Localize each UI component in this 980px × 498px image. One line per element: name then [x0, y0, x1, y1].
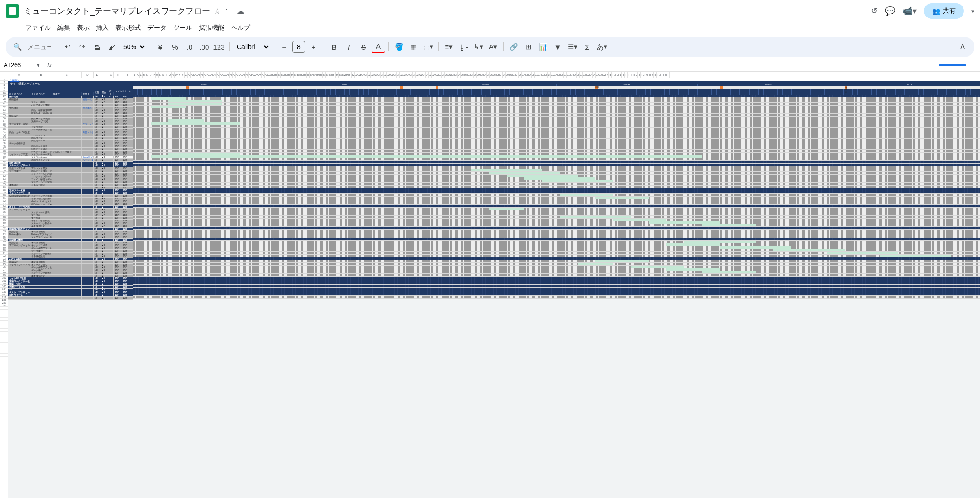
task-cell[interactable]: ■ F — [101, 269, 108, 272]
column-header[interactable]: AH — [210, 72, 213, 78]
task-cell[interactable]: 10/7 — [114, 200, 122, 203]
task-cell[interactable]: 10/7 — [114, 255, 122, 258]
fill-color-icon[interactable]: 🪣 — [392, 40, 405, 53]
history-icon[interactable]: ↺ — [871, 6, 878, 16]
column-header[interactable]: K — [136, 72, 140, 78]
gantt-bar[interactable] — [151, 122, 240, 124]
column-header[interactable]: EB — [525, 72, 528, 78]
input-tools-icon[interactable]: あ▾ — [595, 40, 608, 53]
task-cell[interactable] — [8, 159, 30, 161]
column-header[interactable]: EO — [567, 72, 570, 78]
gantt-bar[interactable] — [702, 224, 756, 226]
column-header[interactable]: EF — [538, 72, 541, 78]
task-cell[interactable]: ■ F — [94, 151, 101, 153]
task-cell[interactable]: 10/7 — [114, 126, 122, 128]
column-header[interactable]: CG — [374, 72, 377, 78]
task-cell[interactable] — [30, 228, 52, 230]
task-cell[interactable] — [82, 151, 94, 153]
task-cell[interactable] — [108, 222, 114, 225]
task-cell[interactable]: ■ F — [101, 228, 108, 230]
filter-views-icon[interactable]: ☰▾ — [566, 40, 579, 53]
task-cell[interactable]: 構築・実装 — [8, 283, 30, 285]
gantt-bar[interactable] — [666, 243, 720, 246]
task-cell[interactable] — [82, 291, 94, 294]
task-cell[interactable]: 10/8 — [122, 261, 133, 263]
column-header[interactable]: FF — [622, 72, 625, 78]
task-cell[interactable]: 10/8 — [122, 178, 133, 181]
column-header[interactable]: R — [159, 72, 162, 78]
task-cell[interactable]: 帳票作成（WMS）確認 — [30, 112, 52, 114]
column-header[interactable]: FK — [638, 72, 641, 78]
task-cell[interactable]: 10/8 — [122, 275, 133, 277]
task-cell[interactable]: ■ F — [94, 255, 101, 258]
column-header[interactable]: CM — [393, 72, 397, 78]
task-cell[interactable]: ■ F — [94, 142, 101, 145]
column-header[interactable]: AJ — [217, 72, 220, 78]
task-cell[interactable] — [82, 173, 94, 175]
task-cell[interactable] — [82, 148, 94, 150]
gantt-bar[interactable] — [773, 249, 845, 251]
task-cell[interactable] — [82, 109, 94, 112]
task-cell[interactable] — [8, 253, 30, 255]
task-cell[interactable] — [8, 217, 30, 219]
task-cell[interactable]: 画面リストアップ — [30, 159, 52, 161]
task-cell[interactable]: ■ F — [94, 261, 101, 263]
task-cell[interactable]: ■ F — [101, 272, 108, 274]
task-cell[interactable]: コレクション — [30, 134, 52, 136]
task-cell[interactable] — [52, 142, 82, 145]
task-cell[interactable]: ■ F — [94, 159, 101, 161]
task-cell[interactable] — [52, 217, 82, 219]
task-cell[interactable]: ■ F — [94, 148, 101, 150]
gantt-bar[interactable] — [151, 106, 186, 108]
task-cell[interactable] — [52, 255, 82, 258]
task-cell[interactable]: 商品・カテゴリ設定 — [82, 131, 94, 134]
task-cell[interactable] — [52, 233, 82, 236]
task-cell[interactable]: アプリベンダーとの対応 — [8, 244, 30, 247]
task-cell[interactable]: ■ F — [101, 225, 108, 227]
task-cell[interactable] — [52, 175, 82, 178]
task-cell[interactable]: 10/8 — [122, 209, 133, 211]
task-cell[interactable]: 組み合わせカードエラー対応チェックアウトへの適用 — [30, 203, 52, 205]
task-cell[interactable] — [108, 283, 114, 285]
move-icon[interactable]: 🗀 — [225, 7, 232, 16]
column-header[interactable]: DQ — [490, 72, 493, 78]
task-cell[interactable]: ページ一覧 — [82, 159, 94, 161]
task-cell[interactable]: ■ F — [94, 294, 101, 296]
task-cell[interactable]: ■ F — [94, 266, 101, 269]
task-cell[interactable]: ■ F — [101, 242, 108, 244]
task-cell[interactable] — [8, 297, 30, 299]
task-cell[interactable]: ■ F — [101, 220, 108, 222]
task-cell[interactable] — [8, 200, 30, 203]
task-cell[interactable]: 本文保存機能 — [30, 242, 52, 244]
task-cell[interactable] — [52, 140, 82, 142]
task-cell[interactable] — [108, 294, 114, 296]
task-cell[interactable]: 確認後の縮尺キャンセル・結果 — [8, 228, 30, 230]
share-button[interactable]: 👥 共有 — [924, 3, 964, 19]
undo-icon[interactable]: ↶ — [61, 40, 74, 53]
task-cell[interactable]: 10/8 — [122, 170, 133, 172]
task-cell[interactable]: 10/7 — [114, 222, 122, 225]
column-header[interactable]: AK — [220, 72, 223, 78]
task-cell[interactable]: ■ F — [94, 178, 101, 181]
task-cell[interactable]: 10/7 — [114, 98, 122, 101]
task-cell[interactable] — [82, 189, 94, 192]
task-cell[interactable] — [52, 269, 82, 272]
task-cell[interactable]: ■ F — [94, 236, 101, 238]
task-cell[interactable]: 10/8 — [122, 239, 133, 241]
column-header[interactable]: CL — [390, 72, 393, 78]
task-column-header[interactable]: 開始 ▾ — [101, 92, 108, 96]
column-header[interactable]: EM — [560, 72, 564, 78]
task-cell[interactable] — [52, 118, 82, 120]
task-cell[interactable]: ■ F — [101, 283, 108, 285]
task-cell[interactable]: データ移行 — [8, 170, 30, 172]
task-cell[interactable]: ■ F — [94, 283, 101, 285]
task-cell[interactable]: ■ F — [94, 272, 101, 274]
task-cell[interactable]: ステージングに追加用アプリを追加 — [30, 195, 52, 197]
task-cell[interactable]: ■ F — [101, 145, 108, 147]
task-cell[interactable] — [108, 231, 114, 233]
task-cell[interactable] — [82, 286, 94, 288]
column-header[interactable]: DB — [442, 72, 445, 78]
task-cell[interactable]: 物流連携 — [82, 107, 94, 109]
task-cell[interactable]: 10/7 — [114, 129, 122, 131]
task-cell[interactable]: ■ F — [94, 107, 101, 109]
